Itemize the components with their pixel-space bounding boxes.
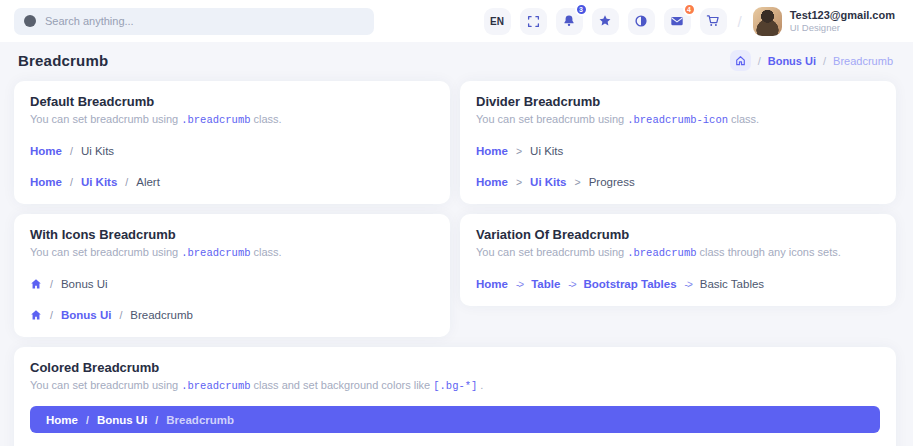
card-colored-breadcrumb: Colored Breadcrumb You can set breadcrum…: [14, 347, 896, 446]
crumb-link[interactable]: Home: [476, 176, 508, 188]
cart-icon: [706, 14, 720, 28]
crumb-current: Breadcrumb: [166, 414, 234, 426]
mail-icon: [670, 14, 684, 28]
breadcrumb: / Bonus Ui / Breadcrumb: [730, 50, 893, 71]
page-title: Breadcrumb: [18, 52, 108, 69]
messages-button[interactable]: 4: [664, 8, 691, 35]
search-icon: [24, 15, 36, 27]
cart-button[interactable]: [700, 8, 727, 35]
crumb-current: Alert: [136, 176, 160, 188]
language-button[interactable]: EN: [484, 8, 511, 35]
crumb-link[interactable]: Table: [531, 278, 560, 290]
breadcrumb-section[interactable]: Bonus Ui: [768, 55, 816, 67]
notifications-button[interactable]: 3: [556, 8, 583, 35]
crumb-link[interactable]: Home: [46, 414, 78, 426]
card-title: With Icons Breadcrumb: [30, 227, 434, 242]
card-default-breadcrumb: Default Breadcrumb You can set breadcrum…: [14, 81, 450, 204]
code-snippet: .breadcrumb: [627, 247, 696, 259]
search-input-wrap[interactable]: [14, 8, 374, 35]
star-icon: [598, 14, 612, 28]
code-snippet: .breadcrumb: [181, 380, 250, 392]
crumb-current: Ui Kits: [81, 145, 114, 157]
crumb-current: Breadcrumb: [130, 309, 193, 321]
breadcrumb-example: Home / Ui Kits: [30, 145, 434, 157]
dark-mode-button[interactable]: [628, 8, 655, 35]
card-title: Default Breadcrumb: [30, 94, 434, 109]
crumb-link[interactable]: Ui Kits: [81, 176, 117, 188]
code-snippet: .breadcrumb: [181, 247, 250, 259]
arrow-separator: ->: [568, 279, 575, 290]
home-icon[interactable]: [30, 278, 42, 290]
breadcrumb-separator: /: [758, 55, 761, 67]
code-snippet: [.bg-*]: [433, 380, 477, 392]
page-title-row: Breadcrumb / Bonus Ui / Breadcrumb: [0, 42, 913, 79]
card-description: You can set breadcrumb using.breadcrumbc…: [30, 379, 880, 392]
crumb-current: Ui Kits: [530, 145, 563, 157]
notification-badge: 3: [575, 3, 588, 16]
home-icon: [735, 55, 746, 66]
top-header: EN 3: [0, 0, 913, 42]
card-description: You can set breadcrumb using.breadcrumbc…: [476, 246, 880, 259]
contrast-icon: [634, 14, 648, 28]
user-menu[interactable]: Test123@gmail.com UI Designer: [753, 7, 895, 36]
user-email: Test123@gmail.com: [790, 9, 895, 22]
crumb-link[interactable]: Ui Kits: [530, 176, 566, 188]
maximize-icon: [527, 15, 540, 28]
card-icons-breadcrumb: With Icons Breadcrumb You can set breadc…: [14, 214, 450, 337]
fullscreen-button[interactable]: [520, 8, 547, 35]
crumb-current: Bonus Ui: [61, 278, 108, 290]
arrow-separator: ->: [685, 279, 692, 290]
breadcrumb-example: Home > Ui Kits: [476, 145, 880, 157]
avatar[interactable]: [753, 7, 782, 36]
breadcrumb-example: Home -> Table -> Bootstrap Tables -> Bas…: [476, 278, 880, 290]
header-divider: /: [738, 13, 742, 30]
breadcrumb-current: Breadcrumb: [833, 55, 893, 67]
breadcrumb-example: Home / Ui Kits / Alert: [30, 176, 434, 188]
card-description: You can set breadcrumb using.breadcrumbc…: [30, 113, 434, 126]
card-description: You can set breadcrumb using.breadcrumbc…: [30, 246, 434, 259]
code-snippet: .breadcrumb-icon: [627, 114, 728, 126]
bookmark-button[interactable]: [592, 8, 619, 35]
crumb-link[interactable]: Home: [30, 145, 62, 157]
crumb-link[interactable]: Bonus Ui: [61, 309, 111, 321]
breadcrumb-home-chip[interactable]: [730, 50, 751, 71]
breadcrumb-bar-primary: Home / Bonus Ui / Breadcrumb: [30, 406, 880, 433]
bell-icon: [562, 14, 576, 28]
breadcrumb-example: Home > Ui Kits > Progress: [476, 176, 880, 188]
card-divider-breadcrumb: Divider Breadcrumb You can set breadcrum…: [460, 81, 896, 204]
crumb-link[interactable]: Home: [476, 145, 508, 157]
crumb-link[interactable]: Home: [30, 176, 62, 188]
home-icon[interactable]: [30, 309, 42, 321]
arrow-separator: ->: [516, 279, 523, 290]
card-description: You can set breadcrumb using.breadcrumb-…: [476, 113, 880, 126]
breadcrumb-example: / Bonus Ui: [30, 278, 434, 290]
user-role: UI Designer: [790, 22, 895, 33]
message-badge: 4: [683, 3, 696, 16]
crumb-link[interactable]: Bonus Ui: [97, 414, 147, 426]
crumb-link[interactable]: Bootstrap Tables: [583, 278, 676, 290]
search-input[interactable]: [45, 15, 364, 27]
crumb-current: Progress: [589, 176, 635, 188]
breadcrumb-separator: /: [823, 55, 826, 67]
card-title: Colored Breadcrumb: [30, 360, 880, 375]
crumb-link[interactable]: Home: [476, 278, 508, 290]
crumb-current: Basic Tables: [700, 278, 764, 290]
breadcrumb-example: / Bonus Ui / Breadcrumb: [30, 309, 434, 321]
card-title: Divider Breadcrumb: [476, 94, 880, 109]
code-snippet: .breadcrumb: [181, 114, 250, 126]
card-title: Variation Of Breadcrumb: [476, 227, 880, 242]
card-variation-breadcrumb: Variation Of Breadcrumb You can set brea…: [460, 214, 896, 306]
